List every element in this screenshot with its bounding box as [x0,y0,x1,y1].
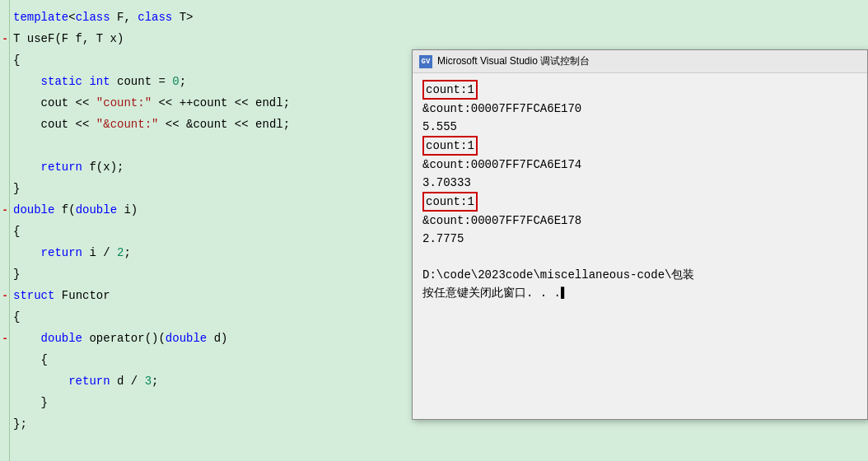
line-content: { [10,221,413,242]
line-content: return f(x); [10,156,413,178]
code-line: template<class F, class T> [0,7,420,28]
console-icon: GV [419,55,432,68]
line-content: { [10,306,413,328]
code-line: -double f(double i) [0,199,420,221]
code-line: { [0,221,420,242]
console-body: count:1&count:00007FF7FCA6E1705.555count… [413,73,867,419]
console-window: GV Microsoft Visual Studio 调试控制台 count:1… [412,49,868,420]
line-content: T useF(F f, T x) [10,28,413,49]
line-content: } [10,392,413,413]
line-content: struct Functor [10,285,413,306]
console-output-line: &count:00007FF7FCA6E178 [422,212,857,230]
code-line: static int count = 0; [0,71,420,92]
code-line: return d / 3; [0,370,420,392]
line-content: { [10,349,413,370]
line-content: static int count = 0; [10,71,413,92]
code-line: -T useF(F f, T x) [0,28,420,49]
console-output-line: count:1 [422,80,857,100]
code-line: -struct Functor [0,285,420,306]
line-content: return d / 3; [10,370,413,392]
line-content: return i / 2; [10,242,413,263]
code-editor: template<class F, class T>-T useF(F f, T… [0,0,420,461]
console-output-line: count:1 [422,136,857,156]
code-line: return i / 2; [0,242,420,263]
code-line: } [0,178,420,199]
vertical-line [9,0,10,461]
console-output-line: 2.7775 [422,230,857,248]
line-content: double operator()(double d) [10,328,413,349]
console-output-line: count:1 [422,192,857,212]
line-content [10,135,413,156]
code-line: } [0,392,420,413]
line-content: { [10,49,413,71]
code-line: { [0,349,420,370]
code-line: { [0,306,420,328]
highlighted-output: count:1 [422,136,478,156]
console-title: Microsoft Visual Studio 调试控制台 [437,54,590,68]
line-content: } [10,263,413,285]
console-output-line [422,248,857,266]
line-content: double f(double i) [10,199,413,221]
console-output-line: &count:00007FF7FCA6E170 [422,100,857,118]
console-output-line: 按任意键关闭此窗口. . .▌ [422,284,857,302]
console-output-line: 3.70333 [422,174,857,192]
console-output-line: D:\code\2023code\miscellaneous-code\包装 [422,266,857,284]
code-line: cout << "&count:" << &count << endl; [0,114,420,135]
highlighted-output: count:1 [422,80,478,100]
line-content: cout << "count:" << ++count << endl; [10,92,413,114]
line-content: template<class F, class T> [10,7,413,28]
code-line: - double operator()(double d) [0,328,420,349]
console-output-line: 5.555 [422,118,857,136]
console-output-line: &count:00007FF7FCA6E174 [422,156,857,174]
console-titlebar: GV Microsoft Visual Studio 调试控制台 [413,50,867,73]
code-line: cout << "count:" << ++count << endl; [0,92,420,114]
line-content: } [10,178,413,199]
code-line [0,135,420,156]
code-line: { [0,49,420,71]
line-content: }; [10,413,413,435]
code-line: }; [0,413,420,435]
code-line: return f(x); [0,156,420,178]
code-line: } [0,263,420,285]
highlighted-output: count:1 [422,192,478,212]
line-content: cout << "&count:" << &count << endl; [10,114,413,135]
